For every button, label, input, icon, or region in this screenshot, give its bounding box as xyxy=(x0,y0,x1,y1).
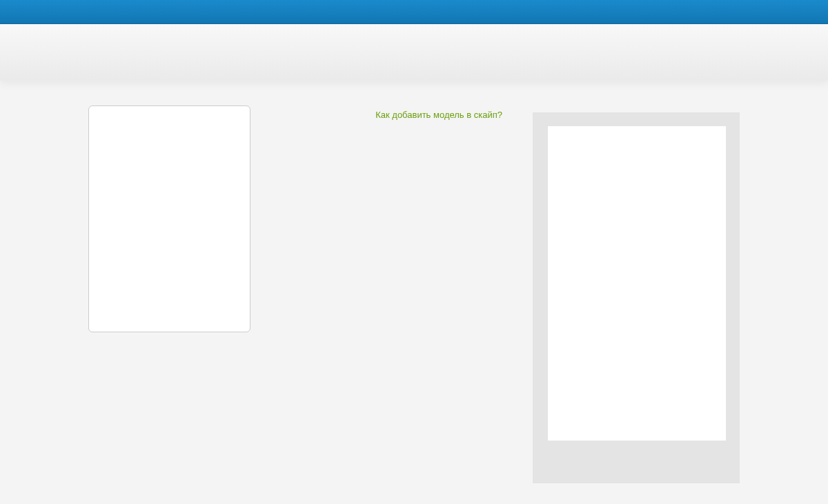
left-column: Как добавить модель в скайп? xyxy=(88,105,504,332)
sidebar-box xyxy=(533,112,740,483)
content-area: Как добавить модель в скайп? xyxy=(0,81,828,483)
top-header-bar xyxy=(0,0,828,24)
profile-card xyxy=(88,105,250,332)
help-link-add-model[interactable]: Как добавить модель в скайп? xyxy=(375,110,502,120)
sidebar-inner-panel xyxy=(548,126,726,441)
navigation-bar xyxy=(0,24,828,81)
right-column xyxy=(533,112,740,483)
